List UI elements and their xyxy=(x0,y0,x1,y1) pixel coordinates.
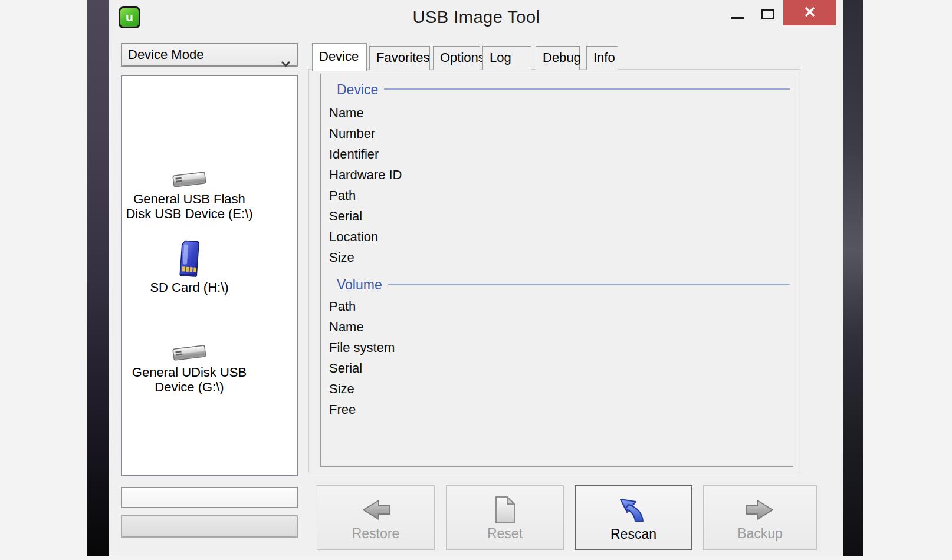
tab-debug[interactable]: Debug xyxy=(536,46,580,70)
mode-dropdown-value: Device Mode xyxy=(128,47,203,62)
chevron-down-icon xyxy=(281,52,291,74)
tab-info[interactable]: Info xyxy=(586,46,618,70)
progress-bar-secondary xyxy=(121,515,298,538)
field-label: Number xyxy=(329,123,375,144)
group-title-device: Device xyxy=(337,82,378,98)
field-label: Name xyxy=(329,317,364,337)
action-label: Rescan xyxy=(576,526,691,542)
action-label: Reset xyxy=(447,526,563,542)
field-label: Location xyxy=(329,226,378,247)
screenshot-stage: u USB Image Tool Device Mode xyxy=(0,0,952,560)
field-label: Serial xyxy=(329,358,362,378)
field-label: Hardware ID xyxy=(329,164,402,185)
progress-bar xyxy=(121,487,298,508)
device-label: Disk USB Device (E:\) xyxy=(123,206,255,221)
device-item[interactable]: General UDisk USBDevice (G:\) xyxy=(123,341,255,394)
device-item[interactable]: General USB FlashDisk USB Device (E:\) xyxy=(123,168,255,221)
rescan-arrow-icon xyxy=(619,498,648,523)
mode-dropdown[interactable]: Device Mode xyxy=(121,43,298,67)
usb-drive-icon xyxy=(170,168,208,192)
device-group-box: DeviceNameNumberIdentifierHardware IDPat… xyxy=(320,74,793,467)
tab-favorites[interactable]: Favorites xyxy=(369,46,430,70)
device-label: Device (G:\) xyxy=(123,380,255,394)
reset-button[interactable]: Reset xyxy=(446,485,564,550)
field-label: Path xyxy=(329,185,356,206)
usb-image-tool-window: u USB Image Tool Device Mode xyxy=(109,0,843,555)
desktop-background-left xyxy=(87,0,109,556)
tab-device[interactable]: Device xyxy=(312,43,367,71)
group-divider-line xyxy=(388,284,790,285)
arrow-left-icon xyxy=(359,497,392,523)
device-list: General USB FlashDisk USB Device (E:\) S… xyxy=(121,75,298,476)
document-icon xyxy=(493,495,517,525)
title-bar: u USB Image Tool xyxy=(109,0,843,37)
device-label: SD Card (H:\) xyxy=(123,280,255,295)
tab-log[interactable]: Log xyxy=(482,46,531,70)
field-label: Free xyxy=(329,399,356,420)
usb-drive-icon xyxy=(170,341,208,365)
close-button[interactable] xyxy=(783,0,836,25)
rescan-button[interactable]: Rescan xyxy=(575,485,692,550)
group-title-volume: Volume xyxy=(337,277,382,293)
device-label: General USB Flash xyxy=(123,192,255,206)
group-divider-line xyxy=(384,88,790,90)
field-label: Size xyxy=(329,378,354,399)
desktop-background-right xyxy=(843,0,863,556)
arrow-right-icon xyxy=(744,497,777,523)
tab-options[interactable]: Options xyxy=(433,46,480,70)
restore-button[interactable]: Restore xyxy=(317,485,435,550)
field-label: Identifier xyxy=(329,144,379,164)
device-label: General UDisk USB xyxy=(123,365,255,380)
field-label: Serial xyxy=(329,206,362,226)
device-item[interactable]: SD Card (H:\) xyxy=(123,240,255,295)
field-label: Name xyxy=(329,103,364,123)
action-label: Backup xyxy=(704,526,816,542)
close-icon xyxy=(803,5,817,21)
sd-card-icon xyxy=(176,240,202,280)
maximize-button[interactable] xyxy=(761,9,774,19)
backup-button[interactable]: Backup xyxy=(703,485,817,550)
action-label: Restore xyxy=(317,526,434,542)
field-label: File system xyxy=(329,337,395,358)
field-label: Size xyxy=(329,247,354,268)
minimize-button[interactable] xyxy=(731,17,744,19)
field-label: Path xyxy=(329,296,356,317)
